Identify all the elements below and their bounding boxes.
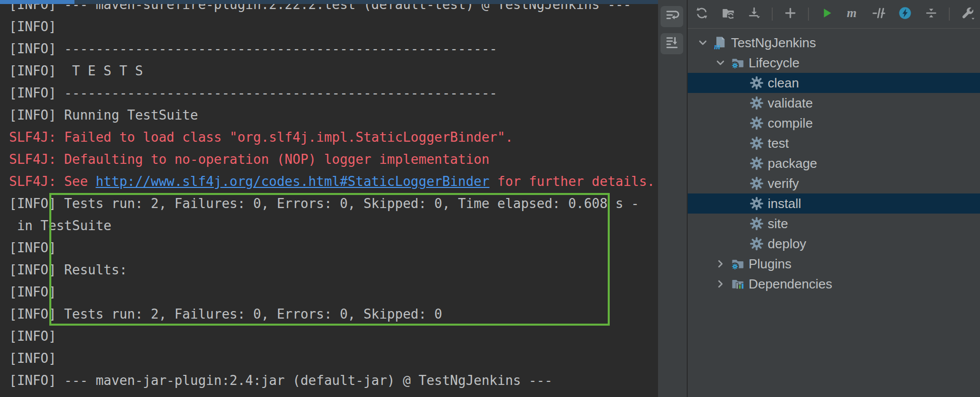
tree-item-label: deploy <box>768 236 806 252</box>
soft-wrap-icon <box>665 8 680 25</box>
console-text: [INFO] <box>9 351 56 366</box>
toolbar-separator <box>772 8 773 21</box>
tree-item-label: site <box>768 216 788 232</box>
folder-sync-icon <box>721 6 735 22</box>
console-top-scroll-bar[interactable] <box>0 0 687 4</box>
console-line: [INFO] ---------------------------------… <box>9 82 658 104</box>
console-line: SLF4J: Failed to load class "org.slf4j.i… <box>9 126 658 148</box>
reimport-maven-projects-button[interactable] <box>693 6 710 23</box>
plus-icon <box>783 6 797 22</box>
tree-item-plugins[interactable]: Plugins <box>688 254 980 274</box>
console-line: [INFO] T E S T S <box>9 60 658 82</box>
tree-item-verify[interactable]: verify <box>688 173 980 193</box>
ide-window: { "colors": { "console_bg": "#2b2b2b", "… <box>0 0 980 397</box>
gear-icon <box>750 237 764 251</box>
console-hyperlink[interactable]: /Users/user/IdeaProjects/TestNgJenkins/t… <box>175 395 658 397</box>
gear-icon <box>750 136 764 150</box>
scroll-to-end-button[interactable] <box>661 33 683 54</box>
tree-item-label: Lifecycle <box>749 55 799 71</box>
gear-icon <box>750 196 764 211</box>
tree-item-test[interactable]: test <box>688 133 980 153</box>
generate-sources-button[interactable] <box>719 6 737 23</box>
tree-item-label: TestNgJenkins <box>731 35 816 51</box>
console-line: [INFO] ---------------------------------… <box>9 38 658 60</box>
maven-goal-icon: m <box>845 6 860 23</box>
gear-icon <box>750 217 764 231</box>
skip-tests-icon <box>872 6 886 22</box>
collapse-all-button[interactable] <box>923 6 940 23</box>
console-text: [INFO] --- maven-jar-plugin:2.4:jar (def… <box>9 373 552 388</box>
console-text: [INFO] <box>9 19 56 34</box>
gear-icon <box>750 96 764 110</box>
toolbar-separator <box>808 8 809 21</box>
console-text: SLF4J: Defaulting to no-operation (NOP) … <box>9 152 489 167</box>
folder-gear-icon <box>730 257 745 271</box>
gear-icon <box>750 116 764 130</box>
download-icon <box>747 6 761 22</box>
gear-icon <box>750 76 764 90</box>
maven-tool-window: m mTestNgJenkinsLifecyclecleanvalidateco… <box>687 0 980 397</box>
tree-item-label: test <box>768 136 789 151</box>
toggle-offline-mode-button[interactable] <box>896 6 914 23</box>
tree-item-clean[interactable]: clean <box>688 73 980 93</box>
console-line: [INFO] --- maven-jar-plugin:2.4:jar (def… <box>9 369 658 391</box>
folder-gear-icon <box>730 56 745 70</box>
download-sources-button[interactable] <box>746 6 763 23</box>
console-text: SLF4J: Failed to load class "org.slf4j.i… <box>9 130 513 145</box>
tree-item-install[interactable]: install <box>688 193 980 214</box>
chevron-right-icon[interactable] <box>713 277 727 291</box>
console-text: [INFO] Building jar: <box>9 395 175 397</box>
svg-text:m: m <box>847 6 856 20</box>
tree-item-label: Plugins <box>749 256 791 272</box>
console-text: SLF4J: See <box>9 174 96 189</box>
tree-item-compile[interactable]: compile <box>688 113 980 133</box>
console-line: [INFO] <box>9 347 658 369</box>
execute-maven-goal-button[interactable]: m <box>844 6 861 23</box>
maven-toolbar: m <box>688 0 980 29</box>
run-maven-build-button[interactable] <box>818 6 835 23</box>
console-line: [INFO] Building jar: /Users/user/IdeaPro… <box>9 391 658 397</box>
console-text: [INFO] T E S T S <box>9 63 143 78</box>
tree-item-site[interactable]: site <box>688 214 980 234</box>
console-hyperlink[interactable]: http://www.slf4j.org/codes.html#StaticLo… <box>96 174 489 189</box>
console-line: SLF4J: See http://www.slf4j.org/codes.ht… <box>9 170 658 192</box>
test-results-highlight-box <box>49 193 610 326</box>
offline-icon <box>898 6 912 22</box>
console-text: [INFO] ---------------------------------… <box>9 85 498 101</box>
toolbar-separator <box>949 8 950 21</box>
scroll-to-end-icon <box>665 35 680 52</box>
gear-icon <box>750 156 764 170</box>
scroll-thumb[interactable] <box>0 0 74 4</box>
folder-chart-icon <box>730 277 745 291</box>
maven-project-icon: m <box>713 36 727 50</box>
collapse-all-icon <box>924 6 938 22</box>
tree-item-testngjenkins[interactable]: mTestNgJenkins <box>688 33 980 53</box>
console-line: [INFO] <box>9 325 658 347</box>
tree-item-package[interactable]: package <box>688 153 980 173</box>
soft-wrap-button[interactable] <box>661 6 683 27</box>
maven-settings-button[interactable] <box>959 6 976 23</box>
tree-item-label: compile <box>768 116 813 131</box>
tree-item-label: package <box>768 156 817 171</box>
chevron-down-icon[interactable] <box>696 36 710 50</box>
tree-item-label: Dependencies <box>749 276 832 292</box>
maven-tree: mTestNgJenkinsLifecyclecleanvalidatecomp… <box>688 29 980 397</box>
chevron-right-icon[interactable] <box>713 257 727 271</box>
toggle-skip-tests-button[interactable] <box>870 6 887 23</box>
tree-item-validate[interactable]: validate <box>688 93 980 113</box>
play-icon <box>820 6 834 22</box>
add-maven-project-button[interactable] <box>782 6 799 23</box>
console-line: SLF4J: Defaulting to no-operation (NOP) … <box>9 148 658 170</box>
console-line: [INFO] <box>9 16 658 38</box>
refresh-icon <box>695 6 709 22</box>
tree-item-deploy[interactable]: deploy <box>688 234 980 254</box>
svg-text:m: m <box>714 42 720 50</box>
tree-item-lifecycle[interactable]: Lifecycle <box>688 53 980 73</box>
tree-item-label: verify <box>768 176 799 191</box>
tree-item-dependencies[interactable]: Dependencies <box>688 274 980 294</box>
console-text: [INFO] ---------------------------------… <box>9 41 498 56</box>
chevron-down-icon[interactable] <box>713 56 727 70</box>
gear-icon <box>750 176 764 190</box>
console-text: for further details. <box>489 174 655 189</box>
tree-item-label: install <box>768 196 801 212</box>
